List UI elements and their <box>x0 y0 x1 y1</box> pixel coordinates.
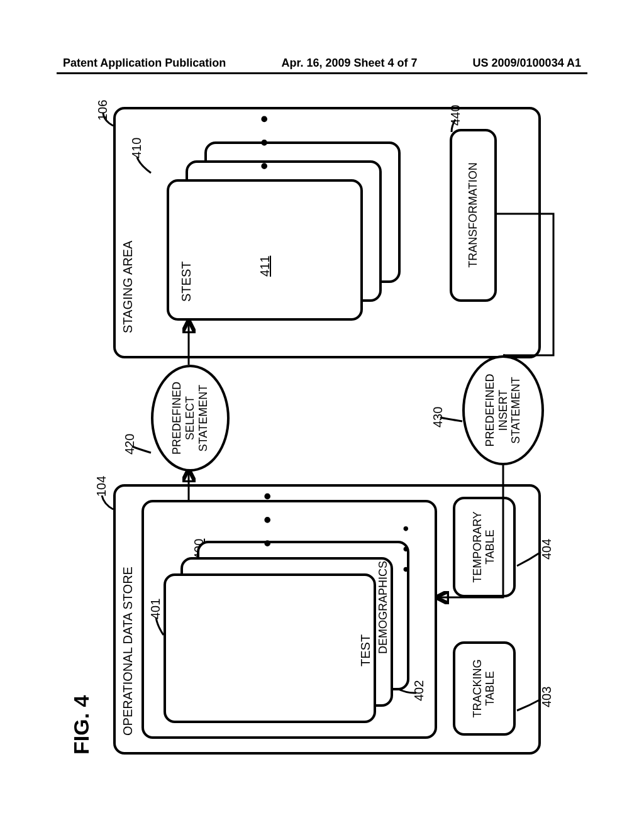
demo-label: DEMOGRAPHICS <box>377 561 390 654</box>
ods-ref: 104 <box>94 476 109 497</box>
header-right: US 2009/0100034 A1 <box>473 57 581 70</box>
diagram: FIG. 4 OPERATIONAL DATA STORE 104 400 DE… <box>69 94 572 761</box>
header-left: Patent Application Publication <box>63 57 226 70</box>
transformation-ref: 440 <box>448 105 463 126</box>
staging-title: STAGING AREA <box>121 241 135 333</box>
test-label: TEST <box>358 634 372 667</box>
stest-label: STEST <box>179 262 193 302</box>
insert-ref: 430 <box>431 407 445 428</box>
transformation-label: TRANSFORMATION <box>467 162 480 268</box>
figure-title: FIG. 4 <box>69 695 94 755</box>
temp-ref: 404 <box>540 539 554 560</box>
tracking-ref: 403 <box>540 687 554 707</box>
insert-statement-ellipse: PREDEFINED INSERT STATEMENT <box>462 355 544 465</box>
demo-ellipsis: • • • <box>396 521 416 572</box>
stest-card <box>167 179 363 321</box>
staging-ref: 106 <box>96 100 110 121</box>
demo-ref: 402 <box>412 680 426 701</box>
temp-label: TEMPORARY TABLE <box>472 500 497 594</box>
tracking-label: TRACKING TABLE <box>472 645 497 733</box>
ods-title: OPERATIONAL DATA STORE <box>121 567 135 736</box>
select-statement-ellipse: PREDEFINED SELECT STATEMENT <box>151 365 230 472</box>
test-card <box>164 573 376 723</box>
staging-inner-ref: 410 <box>130 138 144 158</box>
select-ref: 420 <box>123 434 137 455</box>
stest-ref: 411 <box>258 256 272 277</box>
header-center: Apr. 16, 2009 Sheet 4 of 7 <box>281 57 417 70</box>
staging-ellipsis: • • • <box>252 110 276 170</box>
ods-ellipsis: • • • <box>255 487 279 547</box>
header-rule <box>57 72 587 74</box>
test-ref: 401 <box>148 599 163 619</box>
